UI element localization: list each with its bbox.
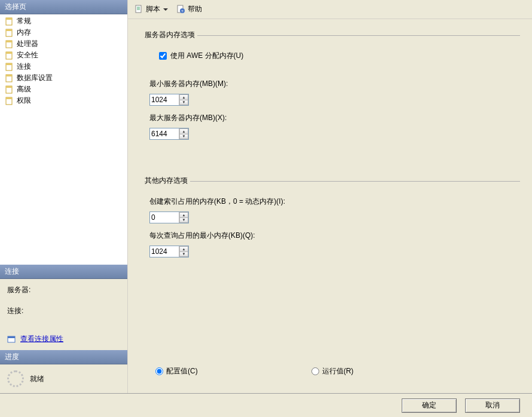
help-button[interactable]: ? 帮助 [173,2,205,16]
select-page-header: 选择页 [0,0,127,14]
page-icon [5,28,14,38]
svg-rect-18 [136,5,141,13]
index-memory-spinner[interactable]: ▲ ▼ [149,211,189,223]
cancel-button[interactable]: 取消 [465,398,520,413]
progress-spinner-icon [7,370,24,387]
page-icon [5,73,14,83]
spin-down-icon[interactable]: ▼ [179,100,188,106]
nav-item-db-settings[interactable]: 数据库设置 [0,72,127,84]
connection-label: 连接: [7,306,121,316]
running-radio[interactable] [311,367,319,375]
nav-item-permissions[interactable]: 权限 [0,95,127,106]
nav-item-memory[interactable]: 内存 [0,27,127,38]
query-memory-input[interactable] [150,246,179,257]
nav-item-connections[interactable]: 连接 [0,61,127,72]
svg-rect-13 [6,86,12,88]
server-label: 服务器: [7,285,121,295]
configured-radio[interactable] [155,367,163,375]
svg-rect-5 [6,41,12,42]
nav-list: 常规 内存 处理器 安全性 连接 数据库设置 [0,14,127,108]
page-icon [5,39,14,49]
spin-down-icon[interactable]: ▼ [179,134,188,140]
max-memory-label: 最大服务器内存(MB)(X): [149,113,520,123]
spin-up-icon[interactable]: ▲ [179,246,188,252]
spin-down-icon[interactable]: ▼ [179,217,188,223]
nav-label: 内存 [17,27,31,38]
spin-up-icon[interactable]: ▲ [179,128,188,134]
nav-item-advanced[interactable]: 高级 [0,84,127,95]
nav-label: 权限 [17,96,31,106]
help-icon: ? [176,5,186,14]
spin-up-icon[interactable]: ▲ [179,94,188,100]
ok-button[interactable]: 确定 [402,398,457,413]
page-icon [5,85,14,94]
svg-rect-3 [6,29,12,31]
progress-header: 进度 [0,350,127,364]
max-memory-input[interactable] [150,128,179,139]
help-label: 帮助 [188,4,202,14]
page-icon [5,51,14,60]
svg-rect-17 [8,336,15,338]
spin-down-icon[interactable]: ▼ [179,252,188,257]
view-connection-properties-link[interactable]: 查看连接属性 [20,334,63,344]
svg-rect-11 [6,75,12,76]
awe-checkbox-label[interactable]: 使用 AWE 分配内存(U) [170,51,243,61]
nav-item-general[interactable]: 常规 [0,16,127,27]
awe-checkbox[interactable] [159,52,167,60]
min-memory-label: 最小服务器内存(MB)(M): [149,79,520,89]
nav-label: 处理器 [17,39,38,49]
other-memory-legend: 其他内存选项 [145,176,188,186]
index-memory-input[interactable] [150,212,179,223]
script-label: 脚本 [146,4,160,14]
chevron-down-icon [163,8,168,11]
nav-label: 数据库设置 [17,73,53,83]
query-memory-label: 每次查询占用的最小内存(KB)(Q): [149,231,520,241]
page-icon [5,62,14,72]
nav-item-security[interactable]: 安全性 [0,50,127,61]
page-icon [5,96,14,106]
progress-status: 就绪 [30,374,44,384]
max-memory-spinner[interactable]: ▲ ▼ [149,128,189,140]
server-memory-group: 服务器内存选项 使用 AWE 分配内存(U) 最小服务器内存(MB)(M): ▲… [145,30,520,140]
svg-rect-7 [6,52,12,54]
svg-rect-15 [6,97,12,99]
nav-label: 连接 [17,62,31,72]
nav-label: 高级 [17,84,31,94]
index-memory-label: 创建索引占用的内存(KB，0 = 动态内存)(I): [149,197,520,207]
nav-item-cpu[interactable]: 处理器 [0,38,127,50]
spin-up-icon[interactable]: ▲ [179,212,188,217]
min-memory-input[interactable] [150,94,179,105]
configured-radio-label[interactable]: 配置值(C) [166,366,198,376]
properties-icon [7,335,17,344]
svg-rect-9 [6,63,12,65]
nav-label: 常规 [17,16,31,26]
connection-header: 连接 [0,265,127,279]
nav-label: 安全性 [17,50,38,60]
other-memory-group: 其他内存选项 创建索引占用的内存(KB，0 = 动态内存)(I): ▲ ▼ 每次… [145,176,520,257]
min-memory-spinner[interactable]: ▲ ▼ [149,94,189,106]
script-button[interactable]: 脚本 [132,2,171,16]
query-memory-spinner[interactable]: ▲ ▼ [149,246,189,257]
script-icon [134,5,144,14]
server-memory-legend: 服务器内存选项 [145,30,195,40]
svg-rect-1 [6,18,12,20]
page-icon [5,17,14,26]
running-radio-label[interactable]: 运行值(R) [322,366,354,376]
